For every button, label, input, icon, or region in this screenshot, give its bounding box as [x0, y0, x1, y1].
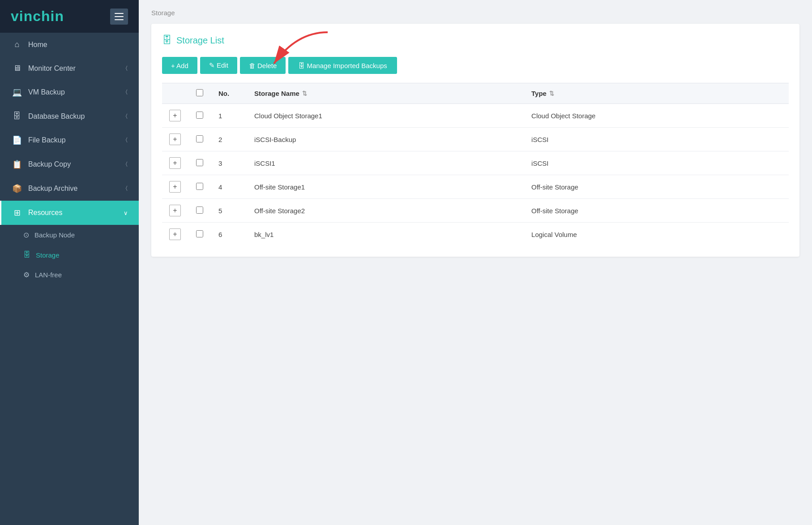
database-backup-icon: 🗄 [12, 112, 22, 121]
row-no: 2 [211, 128, 247, 151]
sidebar-header: vinchin [0, 0, 139, 33]
content-card: 🗄 Storage List + Add ✎ Edit 🗑 Delete 🗄 M… [151, 24, 799, 257]
table-header-row: No. Storage Name ⇅ Type ⇅ [162, 83, 789, 104]
row-storage-name: iSCSI1 [247, 151, 524, 175]
sidebar-sublabel-storage: Storage [36, 251, 60, 259]
row-checkbox-cell [189, 128, 211, 151]
row-checkbox-cell [189, 175, 211, 199]
backup-node-icon: ⊙ [23, 231, 29, 239]
expand-row-button[interactable]: + [169, 157, 181, 169]
row-checkbox[interactable] [196, 112, 203, 119]
sidebar-label-database-backup: Database Backup [28, 112, 85, 120]
chevron-right-icon: 〈 [122, 65, 128, 73]
sidebar-subitem-storage[interactable]: 🗄 Storage [0, 245, 139, 265]
th-checkbox [189, 83, 211, 104]
table-row: + 5 Off-site Storage2 Off-site Storage [162, 199, 789, 223]
row-checkbox-cell [189, 199, 211, 223]
vm-backup-icon: 💻 [12, 87, 22, 97]
manage-imported-backups-button[interactable]: 🗄 Manage Imported Backups [288, 57, 397, 74]
row-checkbox-cell [189, 223, 211, 246]
sidebar: vinchin ⌂ Home 🖥 Monitor Center 〈 💻 VM B… [0, 0, 139, 525]
expand-row-button[interactable]: + [169, 133, 181, 145]
sidebar-label-file-backup: File Backup [28, 136, 66, 144]
expand-cell: + [162, 128, 189, 151]
sidebar-item-monitor[interactable]: 🖥 Monitor Center 〈 [0, 56, 139, 80]
row-storage-name: Cloud Object Storage1 [247, 104, 524, 128]
row-type: Off-site Storage [524, 175, 789, 199]
sidebar-label-backup-archive: Backup Archive [28, 185, 77, 193]
sidebar-subitem-lan-free[interactable]: ⚙ LAN-free [0, 265, 139, 285]
sidebar-label-vm-backup: VM Backup [28, 88, 65, 96]
sidebar-label-monitor: Monitor Center [28, 65, 76, 73]
breadcrumb: Storage [151, 9, 799, 17]
backup-archive-icon: 📦 [12, 184, 22, 194]
sort-icon-type: ⇅ [549, 90, 554, 97]
chevron-right-icon2: 〈 [122, 88, 128, 96]
sidebar-sublabel-lan-free: LAN-free [35, 271, 62, 279]
main-content: Storage 🗄 Storage List + Add ✎ Edit 🗑 De… [139, 0, 812, 525]
table-row: + 1 Cloud Object Storage1 Cloud Object S… [162, 104, 789, 128]
logo-part1: vin [11, 8, 33, 24]
row-no: 3 [211, 151, 247, 175]
edit-button[interactable]: ✎ Edit [200, 57, 237, 74]
row-checkbox-cell [189, 104, 211, 128]
chevron-right-icon5: 〈 [122, 160, 128, 168]
th-storage-name: Storage Name ⇅ [247, 83, 524, 104]
expand-cell: + [162, 199, 189, 223]
sidebar-subitem-backup-node[interactable]: ⊙ Backup Node [0, 225, 139, 245]
sidebar-sublabel-backup-node: Backup Node [34, 231, 75, 239]
row-checkbox[interactable] [196, 159, 203, 166]
row-storage-name: bk_lv1 [247, 223, 524, 246]
menu-toggle-button[interactable] [110, 9, 128, 25]
row-no: 4 [211, 175, 247, 199]
monitor-icon: 🖥 [12, 64, 22, 73]
expand-cell: + [162, 175, 189, 199]
select-all-checkbox[interactable] [196, 89, 203, 96]
logo-part2: chin [33, 8, 64, 24]
storage-list-icon: 🗄 [162, 34, 172, 46]
sidebar-label-home: Home [28, 41, 47, 49]
row-checkbox[interactable] [196, 135, 203, 142]
row-checkbox[interactable] [196, 207, 203, 214]
row-no: 6 [211, 223, 247, 246]
row-type: Off-site Storage [524, 199, 789, 223]
row-type: Cloud Object Storage [524, 104, 789, 128]
sidebar-item-database-backup[interactable]: 🗄 Database Backup 〈 [0, 104, 139, 128]
row-type: Logical Volume [524, 223, 789, 246]
sidebar-item-home[interactable]: ⌂ Home [0, 33, 139, 56]
expand-cell: + [162, 223, 189, 246]
sidebar-item-backup-copy[interactable]: 📋 Backup Copy 〈 [0, 152, 139, 176]
chevron-right-icon3: 〈 [122, 112, 128, 120]
sidebar-item-backup-archive[interactable]: 📦 Backup Archive 〈 [0, 176, 139, 201]
delete-button[interactable]: 🗑 Delete [240, 57, 286, 74]
row-checkbox-cell [189, 151, 211, 175]
home-icon: ⌂ [12, 40, 22, 49]
backup-copy-icon: 📋 [12, 159, 22, 169]
row-checkbox[interactable] [196, 230, 203, 237]
row-storage-name: Off-site Storage2 [247, 199, 524, 223]
expand-row-button[interactable]: + [169, 205, 181, 216]
table-body: + 1 Cloud Object Storage1 Cloud Object S… [162, 104, 789, 246]
sidebar-item-resources[interactable]: ⊞ Resources ∨ [0, 201, 139, 225]
expand-row-button[interactable]: + [169, 110, 181, 121]
add-button[interactable]: + Add [162, 57, 197, 74]
storage-table: No. Storage Name ⇅ Type ⇅ [162, 83, 789, 246]
sidebar-item-vm-backup[interactable]: 💻 VM Backup 〈 [0, 80, 139, 104]
table-row: + 3 iSCSI1 iSCSI [162, 151, 789, 175]
resources-icon: ⊞ [12, 208, 22, 218]
chevron-right-icon4: 〈 [122, 136, 128, 144]
hamburger-line1 [115, 13, 124, 14]
row-type: iSCSI [524, 128, 789, 151]
expand-cell: + [162, 104, 189, 128]
th-expand [162, 83, 189, 104]
table-row: + 2 iSCSI-Backup iSCSI [162, 128, 789, 151]
sort-icon-name: ⇅ [302, 90, 307, 97]
hamburger-line3 [115, 19, 124, 20]
sidebar-label-backup-copy: Backup Copy [28, 160, 71, 168]
logo: vinchin [11, 8, 64, 25]
expand-row-button[interactable]: + [169, 181, 181, 193]
storage-nav-icon: 🗄 [23, 251, 30, 259]
row-checkbox[interactable] [196, 183, 203, 190]
expand-row-button[interactable]: + [169, 228, 181, 240]
sidebar-item-file-backup[interactable]: 📄 File Backup 〈 [0, 128, 139, 152]
